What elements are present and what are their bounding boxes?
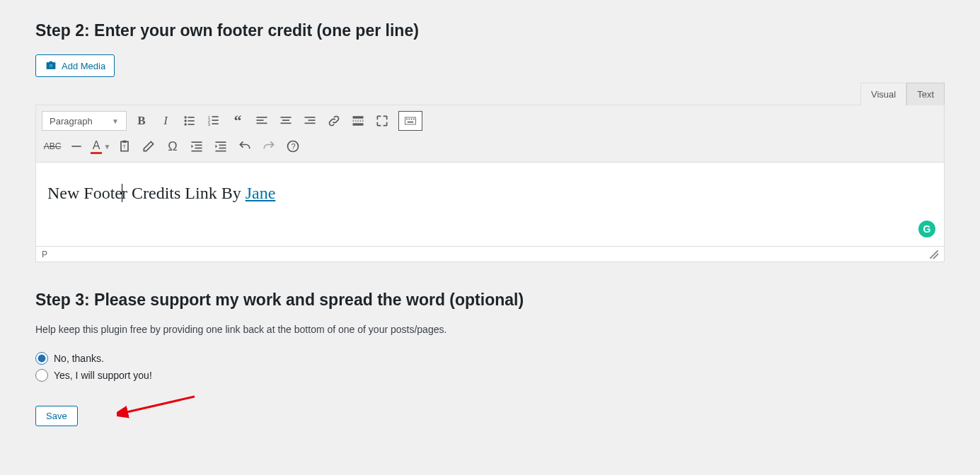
svg-text:?: ? (292, 142, 296, 151)
eraser-icon (142, 139, 156, 153)
editor-link[interactable]: Jane (246, 184, 276, 202)
svg-rect-41 (219, 148, 226, 149)
svg-rect-39 (216, 141, 226, 143)
editor-text-prefix: New Foote (47, 184, 122, 202)
special-character-button[interactable]: Ω (161, 135, 185, 158)
link-button[interactable] (322, 110, 346, 132)
radio-yes-input[interactable] (35, 369, 48, 382)
svg-rect-24 (353, 123, 364, 125)
redo-button[interactable] (257, 135, 281, 158)
link-icon (327, 114, 341, 128)
outdent-icon (190, 139, 204, 153)
svg-rect-2 (188, 117, 195, 118)
radio-no-input[interactable] (35, 352, 48, 365)
redo-icon (262, 139, 276, 153)
save-button[interactable]: Save (35, 406, 78, 426)
svg-rect-15 (257, 123, 267, 124)
editor-content-area[interactable]: New Footer Credits Link By Jane G (35, 162, 945, 247)
hr-icon (69, 139, 83, 153)
text-cursor (122, 184, 122, 202)
bold-button[interactable]: B (129, 110, 154, 132)
radio-yes-label: Yes, I will support you! (54, 370, 152, 381)
svg-rect-35 (192, 141, 202, 143)
svg-rect-36 (195, 145, 202, 146)
numbered-list-icon: 123 (207, 114, 221, 128)
svg-rect-17 (282, 119, 289, 121)
radio-no-thanks[interactable]: No, thanks. (35, 352, 945, 365)
svg-rect-42 (216, 151, 226, 152)
help-icon: ? (286, 139, 300, 153)
svg-rect-10 (212, 119, 219, 121)
outdent-button[interactable] (185, 135, 209, 158)
undo-button[interactable] (233, 135, 257, 158)
chevron-down-icon: ▼ (112, 117, 119, 125)
element-path[interactable]: P (42, 250, 47, 259)
indent-icon (214, 139, 228, 153)
editor-text-line: New Footer Credits Link By Jane (47, 184, 933, 204)
svg-rect-40 (219, 145, 226, 146)
svg-point-5 (185, 123, 187, 125)
tab-text[interactable]: Text (906, 83, 945, 105)
italic-button[interactable]: I (154, 110, 178, 132)
svg-rect-8 (212, 116, 219, 117)
align-center-icon (279, 114, 293, 128)
svg-rect-14 (257, 119, 264, 121)
svg-rect-23 (353, 120, 364, 122)
clear-formatting-button[interactable] (137, 135, 161, 158)
step3-heading: Step 3: Please support my work and sprea… (35, 291, 945, 310)
svg-rect-6 (188, 124, 195, 125)
numbered-list-button[interactable]: 123 (202, 110, 226, 132)
svg-rect-26 (406, 119, 408, 120)
svg-rect-4 (188, 120, 195, 122)
align-left-button[interactable] (250, 110, 274, 132)
align-right-icon (303, 114, 317, 128)
resize-handle[interactable] (930, 250, 938, 259)
radio-no-label: No, thanks. (54, 353, 104, 364)
blockquote-button[interactable]: “ (226, 110, 250, 132)
svg-text:3: 3 (208, 122, 210, 127)
grammarly-badge-icon[interactable]: G (918, 221, 935, 238)
strikethrough-button[interactable]: ABC (40, 135, 64, 158)
svg-line-45 (124, 397, 195, 413)
radio-yes-support[interactable]: Yes, I will support you! (35, 369, 945, 382)
undo-icon (238, 139, 252, 153)
editor-wrapper: Visual Text Paragraph ▼ B I 123 “ ABC (35, 83, 945, 262)
format-dropdown[interactable]: Paragraph ▼ (42, 111, 127, 131)
align-left-icon (255, 114, 269, 128)
indent-button[interactable] (209, 135, 233, 158)
align-center-button[interactable] (274, 110, 298, 132)
svg-rect-13 (257, 117, 267, 118)
svg-rect-28 (411, 119, 413, 120)
text-color-a-icon: A (91, 139, 103, 154)
toolbar-row-2: ABC A ▼ T Ω ? (40, 134, 940, 159)
svg-rect-19 (305, 117, 316, 118)
svg-rect-18 (281, 123, 292, 124)
bullet-list-button[interactable] (178, 110, 202, 132)
horizontal-rule-button[interactable] (64, 135, 88, 158)
tab-visual[interactable]: Visual (860, 83, 906, 105)
svg-rect-22 (353, 116, 364, 118)
fullscreen-button[interactable] (370, 110, 394, 132)
svg-rect-31 (71, 146, 81, 147)
toolbar-toggle-button[interactable] (398, 111, 422, 131)
add-media-button[interactable]: Add Media (35, 54, 115, 77)
editor-status-bar: P (35, 247, 945, 262)
help-button[interactable]: ? (281, 135, 305, 158)
add-media-label: Add Media (62, 61, 105, 71)
step3-section: Step 3: Please support my work and sprea… (35, 291, 945, 426)
svg-point-3 (185, 119, 187, 122)
svg-rect-12 (212, 123, 219, 124)
red-arrow-annotation (117, 386, 202, 421)
format-selected-label: Paragraph (50, 116, 93, 127)
svg-rect-33 (123, 141, 127, 143)
toolbar-row-1: Paragraph ▼ B I 123 “ (40, 108, 940, 134)
camera-music-icon (45, 59, 57, 72)
paste-text-button[interactable]: T (113, 135, 137, 158)
read-more-button[interactable] (346, 110, 370, 132)
align-right-button[interactable] (298, 110, 322, 132)
step2-heading: Step 2: Enter your own footer credit (on… (35, 21, 945, 40)
svg-rect-25 (405, 117, 416, 124)
read-more-icon (351, 114, 365, 128)
svg-rect-30 (408, 122, 413, 123)
text-color-button[interactable]: A ▼ (88, 135, 113, 158)
